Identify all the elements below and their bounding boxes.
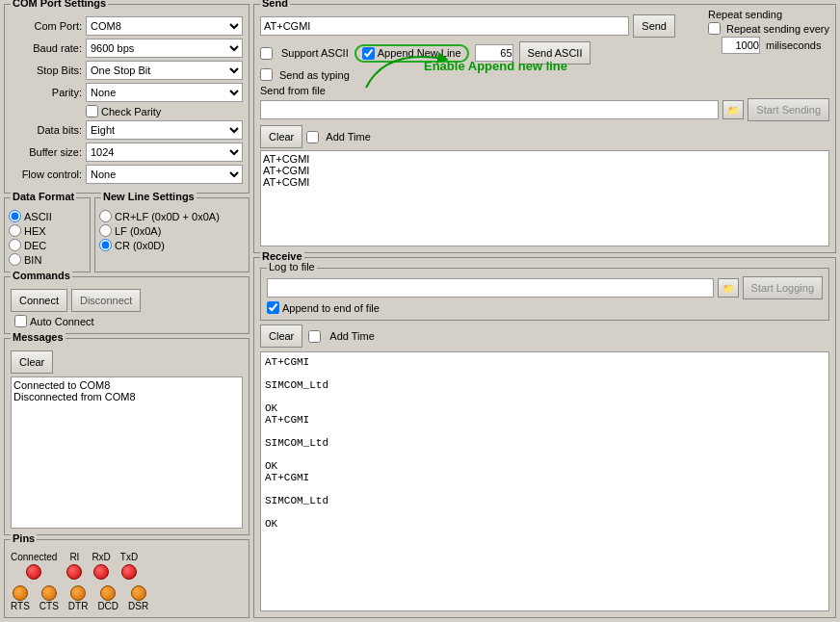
receive-group: Receive Log to file 📁 Start Logging Appe… [253,257,836,618]
hex-radio[interactable] [9,224,21,237]
rts-pin: RTS [11,583,30,611]
data-format-title: Data Format [11,191,76,202]
send-add-time-checkbox[interactable] [306,131,319,143]
crlf-radio[interactable] [99,210,112,222]
connect-button[interactable]: Connect [11,289,67,312]
ri-led [66,564,82,580]
send-file-path-input[interactable] [260,100,719,119]
dec-radio[interactable] [9,239,21,251]
support-ascii-label: Support ASCII [281,47,349,59]
data-bits-label: Data bits: [11,124,82,136]
start-sending-button[interactable]: Start Sending [748,98,829,121]
ascii-value-input[interactable] [475,44,513,62]
send-ascii-button[interactable]: Send ASCII [519,41,591,65]
com-port-settings-title: COM Port Settings [11,0,108,9]
repeat-sending-checkbox[interactable] [708,22,721,35]
append-to-end-label: Append to end of file [282,302,380,314]
flow-control-label: Flow control: [11,168,82,180]
repeat-sending-title: Repeat sending [708,9,829,20]
new-line-settings-group: New Line Settings CR+LF (0x0D + 0x0A) LF… [94,197,249,272]
ascii-radio[interactable] [9,210,21,222]
log-file-path-input[interactable] [267,278,714,298]
receive-clear-button[interactable]: Clear [260,324,302,348]
send-text-input[interactable] [260,16,629,36]
log-to-file-section: Log to file 📁 Start Logging Append to en… [260,268,829,321]
stop-bits-label: Stop Bits: [11,65,82,76]
com-port-settings-group: COM Port Settings Com Port: COM8 Baud ra… [4,4,249,194]
pins-group: Pins Connected RI RxD [4,539,249,618]
repeat-sending-label: Repeat sending every [726,23,829,35]
dsr-pin: DSR [128,583,148,611]
repeat-unit: miliseconds [766,39,821,51]
buffer-size-label: Buffer size: [11,146,82,158]
messages-title: Messages [11,331,66,343]
commands-group: Commands Connect Disconnect Auto Connect [4,276,249,334]
connected-pin: Connected [11,552,57,580]
repeat-sending-section: Repeat sending Repeat sending every mili… [708,9,829,54]
bin-radio[interactable] [9,253,21,266]
txd-pin: TxD [120,552,138,580]
com-port-label: Com Port: [11,20,82,32]
dtr-pin: DTR [68,583,89,611]
check-parity-label: Check Parity [101,106,161,117]
baud-rate-select[interactable]: 9600 bps [86,39,243,58]
check-parity-checkbox[interactable] [86,105,98,117]
data-bits-select[interactable]: Eight [86,120,243,140]
send-area: AT+CGMI AT+CGMI AT+CGMI [260,150,829,246]
append-to-end-checkbox[interactable] [267,301,279,314]
start-logging-button[interactable]: Start Logging [743,276,823,299]
cts-pin: CTS [39,583,59,611]
baud-rate-label: Baud rate: [11,42,82,54]
messages-content: Connected to COM8 Disconnected from COM8 [11,376,243,529]
rxd-led [93,564,109,580]
log-title: Log to file [267,261,317,272]
dsr-led [131,585,146,601]
dcd-led [100,585,116,601]
auto-connect-label: Auto Connect [30,316,94,327]
append-new-line-label: Append New Line [378,47,461,59]
commands-title: Commands [11,270,72,281]
connected-led [26,564,41,580]
append-new-line-checkbox[interactable] [362,47,375,60]
txd-led [121,564,137,580]
lf-radio[interactable] [99,224,112,237]
send-title: Send [260,0,290,9]
cts-led [41,585,57,601]
receive-add-time-label: Add Time [329,330,374,342]
dtr-led [70,585,86,601]
data-format-group: Data Format ASCII HEX DEC BIN [4,197,91,272]
messages-group: Messages Clear Connected to COM8 Disconn… [4,338,249,535]
dcd-pin: DCD [97,583,118,611]
rts-led [13,585,28,601]
pins-title: Pins [11,532,37,544]
buffer-size-select[interactable]: 1024 [86,143,243,162]
log-file-browse-button[interactable]: 📁 [718,278,739,298]
cr-radio[interactable] [99,239,112,251]
send-as-typing-checkbox[interactable] [260,68,273,81]
parity-label: Parity: [11,87,82,98]
append-new-line-wrap: Append New Line [354,44,469,63]
send-from-file-label: Send from file [260,85,829,96]
flow-control-select[interactable]: None [86,165,243,184]
auto-connect-checkbox[interactable] [14,315,27,327]
new-line-title: New Line Settings [101,191,197,202]
com-port-select[interactable]: COM8 [86,16,243,36]
send-as-typing-label: Send as typing [279,69,350,81]
receive-area: AT+CGMI SIMCOM_Ltd OK AT+CGMI SIMCOM_Ltd… [260,351,829,611]
messages-clear-button[interactable]: Clear [11,350,53,374]
rxd-pin: RxD [92,552,110,580]
receive-add-time-checkbox[interactable] [308,330,321,343]
send-group: Send Repeat sending Repeat sending every… [253,4,836,253]
repeat-interval-input[interactable] [722,37,760,54]
send-file-browse-button[interactable]: 📁 [722,100,744,119]
parity-select[interactable]: None [86,83,243,102]
disconnect-button[interactable]: Disconnect [71,289,141,312]
send-clear-button[interactable]: Clear [260,125,302,148]
support-ascii-checkbox[interactable] [260,47,273,60]
send-add-time-label: Add Time [326,131,370,143]
ri-pin: RI [66,552,82,580]
stop-bits-select[interactable]: One Stop Bit [86,61,243,80]
send-button[interactable]: Send [633,14,675,38]
